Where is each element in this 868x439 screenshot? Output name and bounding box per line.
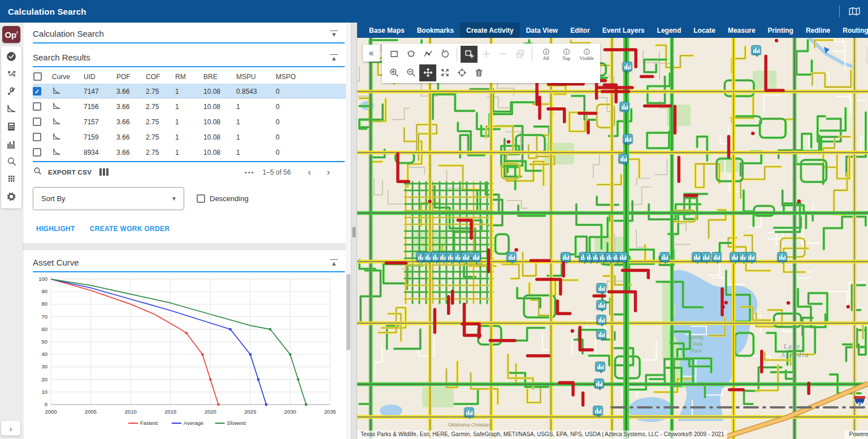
map-nav-item-measure[interactable]: Measure — [722, 23, 762, 38]
chart-marker-pin[interactable] — [593, 406, 603, 415]
rail-button-approve[interactable] — [1, 49, 21, 66]
map-nav-item-printing[interactable]: Printing — [762, 23, 800, 38]
collapse-panel-icon[interactable]: ▼ — [330, 31, 338, 37]
map-nav-item-routing[interactable]: Routing — [836, 23, 868, 38]
chart-marker-pin[interactable] — [660, 252, 670, 262]
chart-marker-pin[interactable] — [507, 252, 517, 262]
map-nav-item-redline[interactable]: Redline — [800, 23, 836, 38]
map-nav-item-base-maps[interactable]: Base Maps — [363, 23, 411, 38]
prev-page-button[interactable]: ‹ — [308, 167, 311, 178]
sort-by-select[interactable]: Sort By ▼ — [33, 187, 184, 210]
column-chooser-icon[interactable] — [99, 168, 108, 176]
chart-marker-pin[interactable] — [618, 252, 628, 262]
row-checkbox[interactable]: ✓ — [33, 87, 41, 95]
column-header[interactable]: MSPO — [276, 73, 310, 81]
chart-marker-pin[interactable] — [597, 329, 606, 339]
search-icon[interactable] — [33, 166, 42, 178]
undo-button[interactable] — [436, 46, 453, 63]
chart-marker-pin[interactable] — [701, 252, 711, 262]
zoom-in-button[interactable] — [385, 64, 402, 81]
export-csv-button[interactable]: EXPORT CSV — [48, 169, 92, 176]
table-row[interactable]: ✓71473.662.75110.080.85430 — [33, 84, 346, 99]
select-add-button[interactable] — [461, 46, 478, 63]
map-nav-item-editor[interactable]: Editor — [564, 23, 596, 38]
map-nav-item-bookmarks[interactable]: Bookmarks — [411, 23, 460, 38]
rectangle-select-button[interactable] — [385, 46, 402, 63]
panel-splitter[interactable] — [351, 23, 357, 439]
map-nav-item-legend[interactable]: Legend — [651, 23, 688, 38]
column-header[interactable]: POF — [116, 73, 146, 81]
rail-button-tools[interactable] — [1, 84, 21, 101]
column-header[interactable]: Curve — [52, 73, 84, 81]
op-logo[interactable]: Opi — [2, 26, 20, 43]
select-all-checkbox[interactable] — [33, 72, 42, 81]
chart-marker-pin[interactable] — [471, 252, 481, 262]
polyline-select-button[interactable] — [419, 46, 436, 63]
extent-button[interactable] — [436, 64, 453, 81]
folded-map-icon[interactable] — [849, 7, 860, 16]
chart-marker-pin[interactable] — [620, 102, 630, 111]
table-row[interactable]: 89343.662.75110.0810 — [33, 145, 346, 160]
table-row[interactable]: 71563.662.75110.0810 — [33, 99, 346, 114]
row-checkbox[interactable] — [33, 148, 41, 157]
column-header[interactable]: RM — [175, 73, 203, 81]
rail-button-calculator[interactable] — [1, 119, 21, 136]
row-checkbox[interactable] — [33, 118, 41, 126]
chart-marker-pin[interactable] — [747, 252, 756, 262]
chart-marker-pin[interactable] — [461, 252, 471, 262]
rail-button-chart[interactable] — [1, 136, 21, 154]
identify-top-button[interactable]: Top — [556, 45, 576, 63]
map-nav-item-locate[interactable]: Locate — [687, 23, 722, 38]
table-row[interactable]: 71573.662.75110.0810 — [33, 114, 346, 129]
more-options-button[interactable]: ••• — [245, 169, 255, 176]
collapse-section-icon[interactable]: ▲ — [330, 54, 338, 61]
identify-all-button[interactable]: All — [536, 45, 556, 63]
rail-button-decay-curve[interactable] — [1, 101, 21, 119]
row-checkbox[interactable] — [33, 133, 41, 141]
column-header[interactable]: UID — [84, 73, 116, 81]
rail-expand-button[interactable]: › — [1, 421, 20, 436]
chart-marker-pin[interactable] — [692, 252, 702, 262]
chart-marker-pin[interactable] — [596, 362, 605, 371]
pan-button[interactable] — [419, 64, 436, 81]
chart-marker-pin[interactable] — [561, 252, 571, 262]
create-work-order-button[interactable]: CREATE WORK ORDER — [90, 225, 170, 233]
table-row[interactable]: 71593.662.75110.0810 — [33, 129, 346, 145]
map-nav-item-data-view[interactable]: Data View — [520, 23, 564, 38]
chart-marker-pin[interactable] — [597, 315, 606, 324]
chart-marker-pin[interactable] — [623, 62, 632, 71]
trash-button[interactable] — [470, 64, 487, 81]
toolbar-collapse-button[interactable]: « — [363, 45, 380, 62]
chart-marker-pin[interactable] — [597, 283, 606, 293]
zoom-out-button[interactable] — [402, 64, 419, 81]
highlight-button[interactable]: HIGHLIGHT — [36, 225, 75, 233]
descending-checkbox[interactable] — [197, 194, 205, 203]
map-nav-item-event-layers[interactable]: Event Layers — [596, 23, 651, 38]
chart-marker-pin[interactable] — [752, 45, 761, 55]
chart-marker-pin[interactable] — [623, 134, 633, 144]
next-page-button[interactable]: › — [327, 167, 330, 178]
map-canvas[interactable]: LakeArcadiaSpringCreekParkOklahoma Chris… — [357, 38, 868, 439]
scrollbar-thumb[interactable] — [346, 274, 350, 350]
identify-visible-button[interactable]: Visible — [576, 45, 597, 63]
chart-marker-pin[interactable] — [619, 154, 628, 163]
row-checkbox[interactable] — [33, 102, 41, 111]
column-header[interactable]: MSPU — [236, 73, 276, 81]
column-header[interactable]: BRE — [203, 73, 236, 81]
column-header[interactable]: COF — [146, 73, 175, 81]
chart-marker-pin[interactable] — [465, 407, 474, 417]
polygon-select-button[interactable] — [402, 46, 419, 63]
minus-button[interactable] — [494, 46, 511, 63]
chart-marker-pin[interactable] — [594, 379, 604, 388]
collapse-section-icon[interactable]: ▲ — [330, 259, 338, 266]
rail-button-route[interactable] — [1, 66, 21, 84]
panel-scrollbar[interactable] — [346, 23, 351, 439]
rail-button-settings[interactable] — [1, 189, 21, 206]
chart-marker-pin[interactable] — [712, 252, 722, 262]
chart-marker-pin[interactable] — [597, 300, 606, 310]
plus-button[interactable] — [478, 46, 494, 63]
chart-marker-pin[interactable] — [778, 252, 787, 262]
locate-button[interactable] — [453, 64, 470, 81]
copy-button[interactable] — [511, 46, 528, 63]
rail-button-apps[interactable] — [1, 171, 21, 189]
